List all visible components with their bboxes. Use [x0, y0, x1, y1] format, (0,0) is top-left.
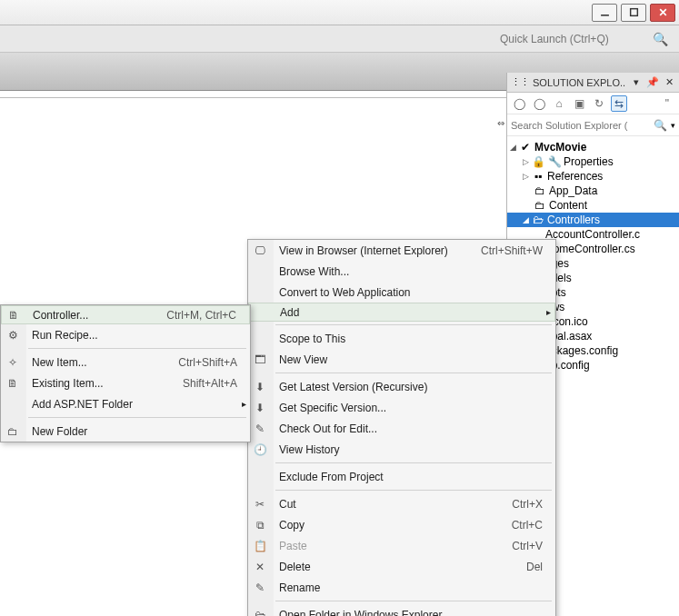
panel-close-icon[interactable]: ✕	[663, 76, 675, 89]
menu-shortcut: Ctrl+C	[494, 519, 543, 532]
nav-back-icon[interactable]: ◯	[511, 95, 527, 112]
menu-new-view[interactable]: 🗔New View	[248, 349, 555, 370]
menu-shortcut: Ctrl+M, Ctrl+C	[148, 309, 236, 322]
nav-more-icon[interactable]: "	[659, 95, 675, 112]
expand-icon[interactable]: ▷	[520, 172, 531, 181]
close-button[interactable]	[650, 4, 675, 22]
menu-label: Delete	[279, 561, 311, 573]
menu-add-controller[interactable]: 🗎Controller...Ctrl+M, Ctrl+C	[1, 305, 250, 324]
menu-view-in-browser[interactable]: 🖵View in Browser (Internet Explorer)Ctrl…	[248, 240, 555, 261]
menu-add[interactable]: Add▸	[248, 303, 555, 322]
menu-label: Run Recipe...	[32, 329, 98, 342]
menu-open-folder[interactable]: 🗁Open Folder in Windows Explorer	[248, 604, 555, 616]
expand-icon[interactable]: ▷	[520, 157, 531, 166]
menu-run-recipe[interactable]: ⚙Run Recipe...	[1, 324, 250, 345]
delete-icon: ✕	[253, 560, 267, 574]
menu-get-latest[interactable]: ⬇Get Latest Version (Recursive)	[248, 376, 555, 397]
panel-title: SOLUTION EXPLO...	[533, 77, 626, 88]
menu-new-item[interactable]: ✧New Item...Ctrl+Shift+A	[1, 352, 250, 373]
minimize-button[interactable]	[592, 4, 617, 22]
paste-icon: 📋	[253, 539, 267, 553]
solution-search-row: 🔍 ▾	[507, 114, 679, 136]
menu-view-history[interactable]: 🕘View History	[248, 439, 555, 460]
panel-grip-icon[interactable]: ⋮⋮	[511, 76, 529, 88]
menu-label: Check Out for Edit...	[279, 422, 377, 435]
menu-shortcut: Shift+Alt+A	[165, 377, 237, 390]
menu-label: Get Latest Version (Recursive)	[279, 381, 427, 393]
expand-icon[interactable]: ◢	[520, 215, 531, 224]
menu-label: Convert to Web Application	[279, 286, 411, 299]
quick-launch-input[interactable]	[500, 33, 645, 45]
solution-nav-toolbar: ◯ ◯ ⌂ ▣ ↻ ⇆ "	[507, 93, 679, 114]
pin-icon[interactable]: 📌	[646, 76, 659, 89]
menu-label: Paste	[279, 540, 307, 552]
sync-icon[interactable]: ⇆	[611, 95, 627, 112]
menu-delete[interactable]: ✕DeleteDel	[248, 556, 555, 577]
menu-label: View in Browser (Internet Explorer)	[279, 244, 448, 257]
menu-scope[interactable]: Scope to This	[248, 328, 555, 349]
refresh-icon[interactable]: ↻	[591, 95, 607, 112]
split-handle-icon[interactable]: ⇔	[495, 116, 506, 129]
tree-label: App_Data	[549, 184, 597, 197]
existing-item-icon: 🗎	[5, 376, 20, 391]
menu-separator	[275, 373, 552, 373]
tree-controllers[interactable]: ◢🗁Controllers	[507, 213, 679, 227]
reference-icon: ▪▪	[531, 169, 545, 184]
window-titlebar	[0, 0, 679, 25]
tree-label: AccountController.c	[545, 228, 640, 241]
tree-label: ackages.config	[545, 344, 618, 357]
menu-add-aspnet[interactable]: Add ASP.NET Folder▸	[1, 393, 250, 414]
panel-dropdown-icon[interactable]: ▾	[630, 76, 643, 89]
menu-shortcut: Ctrl+V	[494, 540, 543, 552]
menu-shortcut: Ctrl+Shift+A	[160, 356, 237, 369]
search-icon[interactable]: 🔍	[653, 32, 668, 46]
menu-label: Open Folder in Windows Explorer	[279, 609, 442, 617]
tree-content[interactable]: 🗀Content	[507, 198, 679, 213]
tree-label: HomeController.cs	[545, 243, 635, 255]
menu-label: View History	[279, 443, 339, 456]
home-icon[interactable]: ⌂	[551, 95, 567, 112]
menu-cut[interactable]: ✂CutCtrl+X	[248, 493, 555, 514]
svg-rect-1	[630, 9, 637, 16]
search-icon[interactable]: 🔍	[654, 119, 667, 132]
menu-rename[interactable]: ✎Rename	[248, 577, 555, 598]
menu-paste: 📋PasteCtrl+V	[248, 535, 555, 556]
menu-label: Add	[280, 306, 299, 319]
menu-check-out[interactable]: ✎Check Out for Edit...	[248, 418, 555, 439]
new-view-icon: 🗔	[253, 353, 267, 367]
tree-properties[interactable]: ▷🔒🔧Properties	[507, 154, 679, 169]
solution-search-input[interactable]	[511, 120, 650, 131]
menu-separator	[275, 601, 552, 601]
browser-icon: 🖵	[253, 243, 267, 258]
context-menu-main: 🖵View in Browser (Internet Explorer)Ctrl…	[247, 239, 556, 616]
tree-label: MvcMovie	[534, 141, 586, 154]
menu-label: Get Specific Version...	[279, 402, 386, 414]
collapse-icon[interactable]: ▣	[571, 95, 587, 112]
folder-icon: 🗀	[533, 184, 547, 198]
tree-references[interactable]: ▷▪▪References	[507, 169, 679, 184]
menu-new-folder[interactable]: 🗀New Folder	[1, 421, 250, 442]
menu-existing-item[interactable]: 🗎Existing Item...Shift+Alt+A	[1, 373, 250, 393]
menu-get-specific[interactable]: ⬇Get Specific Version...	[248, 397, 555, 418]
tree-root[interactable]: ◢ ✔ MvcMovie	[507, 140, 679, 154]
submenu-arrow-icon: ▸	[242, 399, 246, 409]
menu-browse-with[interactable]: Browse With...	[248, 261, 555, 282]
menu-copy[interactable]: ⧉CopyCtrl+C	[248, 514, 555, 535]
menu-separator	[28, 348, 246, 349]
submenu-arrow-icon: ▸	[546, 307, 551, 317]
expand-icon[interactable]: ◢	[507, 143, 518, 152]
tree-app-data[interactable]: 🗀App_Data	[507, 184, 679, 198]
rename-icon: ✎	[253, 581, 267, 595]
menu-label: Exclude From Project	[279, 471, 384, 483]
menu-label: New Folder	[32, 425, 87, 438]
nav-forward-icon[interactable]: ◯	[531, 95, 547, 112]
tree-label: References	[547, 170, 603, 183]
maximize-button[interactable]	[621, 4, 646, 22]
menu-separator	[275, 490, 552, 491]
context-menu-add: 🗎Controller...Ctrl+M, Ctrl+C ⚙Run Recipe…	[0, 304, 251, 442]
folder-open-icon: 🗁	[531, 213, 545, 227]
search-dropdown-icon[interactable]: ▾	[671, 121, 675, 130]
menu-exclude[interactable]: Exclude From Project	[248, 466, 555, 487]
menu-convert[interactable]: Convert to Web Application	[248, 282, 555, 303]
menu-label: Add ASP.NET Folder	[32, 398, 133, 411]
